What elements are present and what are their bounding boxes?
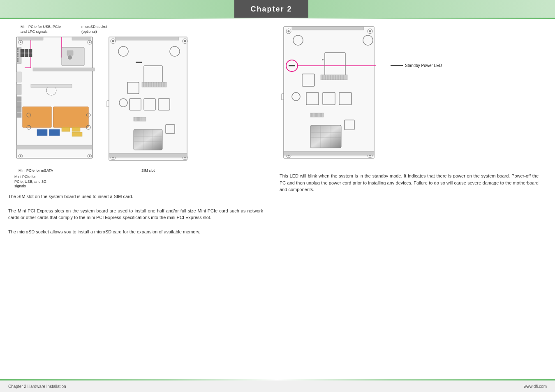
svg-point-53 [112,40,114,42]
diagram-section-left: Mini PCIe for USB, PCIe and LPC signals … [8,25,263,189]
diagrams-row: Mini PCIe for mSATA Mini PCIe for PCIe, … [8,35,263,189]
standby-line [391,65,403,66]
svg-rect-4 [18,37,43,40]
microsd-label: microSD socket (optional) [81,25,107,34]
svg-rect-32 [72,132,82,136]
board-diagram-2: SIM slot [105,35,191,173]
svg-rect-16 [17,51,18,52]
svg-rect-31 [72,127,80,131]
svg-rect-26 [23,107,51,127]
svg-rect-63 [136,62,142,63]
svg-rect-29 [49,129,60,136]
svg-rect-108 [292,27,364,30]
svg-rect-44 [25,49,28,53]
green-accent-line [0,18,555,19]
svg-rect-21 [16,84,21,95]
svg-rect-19 [17,58,18,60]
svg-point-36 [68,55,72,60]
mini-pcie-msata-label: Mini PCIe for mSATA [18,168,53,173]
footer-left-text: Chapter 2 Hardware Installation [8,384,66,389]
svg-point-11 [20,155,21,157]
standby-description-section: This LED will blink when the system is i… [280,173,547,193]
descriptions-section: The SIM slot on the system board is used… [8,193,263,235]
svg-rect-85 [134,129,162,150]
top-labels: Mini PCIe for USB, PCIe and LPC signals … [21,25,263,34]
microsd-description: The microSD socket allows you to install… [8,228,263,235]
mini-pcie-usb-label: Mini PCIe for USB, PCIe and LPC signals [21,25,61,34]
svg-rect-20 [17,60,18,62]
svg-rect-23 [16,102,21,107]
svg-rect-34 [62,47,84,66]
sim-description: The SIM slot on the system board is used… [8,193,263,200]
sim-slot-label: SIM slot [105,168,191,173]
standby-label-container: Standby Power LED [391,63,442,68]
svg-rect-118 [321,75,347,80]
board-diagram-1: Mini PCIe for mSATA Mini PCIe for PCIe, … [8,35,99,189]
standby-power-led-label: Standby Power LED [405,63,442,68]
svg-rect-15 [17,48,18,50]
svg-rect-60 [115,37,179,40]
svg-point-13 [89,155,90,157]
svg-rect-17 [17,53,18,55]
svg-point-115 [322,59,324,60]
svg-rect-25 [16,113,21,118]
svg-rect-47 [29,53,32,57]
board1-bottom-labels: Mini PCIe for mSATA [8,168,99,173]
right-diagram-section: Standby Power LED [280,25,547,164]
svg-rect-67 [142,82,166,87]
green-accent-line-bottom [0,379,555,380]
svg-point-7 [20,42,21,43]
svg-rect-43 [21,53,24,57]
mini-pci-description: The Mini PCI Express slots on the system… [8,208,263,221]
footer-right-text: www.dfi.com [524,384,547,389]
board-svg-2 [105,35,191,166]
header-left-decoration [0,0,234,18]
page-header: Chapter 2 [0,0,555,18]
svg-rect-136 [310,125,341,148]
svg-rect-49 [16,72,21,82]
svg-point-103 [369,30,371,32]
svg-rect-5 [72,37,90,40]
svg-rect-18 [17,55,18,57]
svg-rect-27 [53,107,88,127]
page-footer: Chapter 2 Hardware Installation www.dfi.… [0,380,555,392]
svg-point-101 [288,30,290,32]
main-content: Mini PCIe for USB, PCIe and LPC signals … [0,18,555,380]
svg-point-55 [184,40,186,42]
svg-rect-45 [25,53,28,57]
chapter-title: Chapter 2 [250,5,292,14]
right-diagram-wrapper: Standby Power LED [280,25,547,164]
svg-rect-50 [31,84,72,88]
svg-rect-42 [21,49,24,53]
board-svg-1 [8,35,99,166]
svg-rect-24 [16,107,21,112]
svg-rect-35 [67,51,73,55]
right-column: Standby Power LED This LED will blink wh… [271,18,555,380]
standby-description: This LED will blink when the system is i… [280,173,539,193]
svg-rect-37 [33,68,95,71]
svg-rect-22 [16,97,21,101]
left-column: Mini PCIe for USB, PCIe and LPC signals … [0,18,271,380]
svg-rect-48 [16,145,92,149]
mini-pcie-bottom-label: Mini PCIe for PCIe, USB, and 3G signals [14,175,99,189]
svg-rect-152 [284,151,374,155]
svg-rect-98 [109,153,187,157]
svg-rect-28 [37,129,47,136]
header-right-decoration [308,0,555,18]
header-title-box: Chapter 2 [234,0,308,18]
svg-rect-30 [62,127,70,131]
svg-point-9 [89,42,90,43]
svg-rect-46 [29,49,32,53]
standby-board-svg [280,25,386,164]
